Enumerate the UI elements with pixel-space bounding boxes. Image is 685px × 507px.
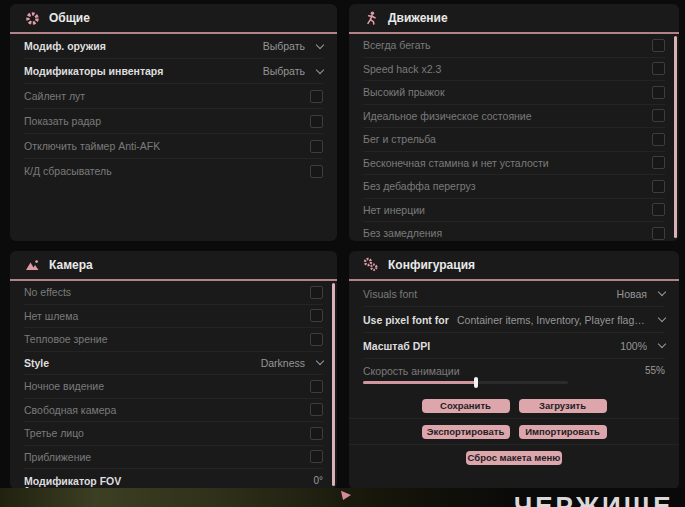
checkbox-row[interactable]: No effects [24, 281, 323, 305]
dropdown[interactable]: Новая [617, 288, 665, 300]
dropdown-value: Container items, Inventory, Player flags… [457, 314, 647, 326]
checkbox[interactable] [310, 309, 323, 322]
checkbox-row[interactable]: Сайлент лут [24, 84, 323, 109]
chevron-down-icon [316, 65, 324, 73]
load-button[interactable]: Загрузить [519, 399, 607, 413]
checkbox[interactable] [652, 62, 665, 75]
chevron-down-icon [316, 40, 324, 48]
export-button[interactable]: Экспортировать [422, 425, 510, 439]
dropdown-row[interactable]: Масштаб DPI100% [363, 333, 665, 359]
slider-value: 55% [645, 365, 665, 376]
slider-handle[interactable] [474, 377, 478, 388]
dropdown-row[interactable]: Use pixel font forContainer items, Inven… [363, 307, 665, 333]
checkbox-row[interactable]: Идеальное физическое состояние [363, 105, 665, 129]
scrollbar[interactable] [674, 36, 677, 238]
checkbox-row[interactable]: Всегда бегать [363, 34, 665, 58]
row-label: Модиф. оружия [24, 40, 106, 52]
dropdown[interactable]: 100% [620, 340, 665, 352]
checkbox[interactable] [310, 333, 323, 346]
row-label: Ночное видение [24, 380, 104, 392]
panel-title: Камера [49, 258, 93, 272]
gears-icon [363, 257, 379, 273]
row-label: Бесконечная стамина и нет усталости [363, 157, 549, 169]
checkbox[interactable] [310, 427, 323, 440]
slider-row[interactable]: Скорость анимации55% [363, 359, 665, 389]
checkbox-row[interactable]: Без дебаффа перегруз [363, 175, 665, 199]
row-label: Бег и стрельба [363, 133, 436, 145]
row-label: Приближение [24, 451, 91, 463]
import-button[interactable]: Импортировать [519, 425, 607, 439]
row-label: Нет инерции [363, 204, 425, 216]
config-buttons: Сохранить Загрузить Экспортировать Импор… [349, 393, 679, 470]
slider-track[interactable] [363, 381, 568, 384]
dropdown-row[interactable]: Модификаторы инвентаряВыбрать [24, 59, 323, 84]
checkbox[interactable] [652, 109, 665, 122]
scrollbar[interactable] [332, 283, 335, 486]
dropdown-row[interactable]: Модиф. оружияВыбрать [24, 34, 323, 59]
dropdown[interactable]: Выбрать [263, 65, 323, 77]
checkbox[interactable] [310, 165, 323, 178]
dropdown[interactable]: Darkness [261, 357, 323, 369]
checkbox[interactable] [310, 450, 323, 463]
checkbox[interactable] [310, 140, 323, 153]
checkbox-row[interactable]: Нет инерции [363, 199, 665, 223]
checkbox[interactable] [652, 203, 665, 216]
checkbox[interactable] [310, 115, 323, 128]
row-label: Модификаторы инвентаря [24, 65, 163, 77]
dropdown-value: 100% [620, 340, 647, 352]
row-label: Высокий прыжок [363, 86, 445, 98]
checkbox-row[interactable]: Без замедления [363, 222, 665, 241]
panel-title: Движение [388, 11, 448, 25]
checkbox[interactable] [652, 133, 665, 146]
panel-movement-header: Движение [349, 4, 679, 34]
row-label: Style [24, 357, 49, 369]
checkbox-row[interactable]: Отключить таймер Anti-AFK [24, 134, 323, 159]
checkbox-row[interactable]: Тепловое зрение [24, 328, 323, 352]
dropdown[interactable]: Container items, Inventory, Player flags… [457, 314, 665, 326]
checkbox-row[interactable]: Приближение [24, 446, 323, 470]
checkbox-row[interactable]: Показать радар [24, 109, 323, 134]
reset-menu-layout-button[interactable]: Сброс макета меню [466, 451, 562, 465]
checkbox-row[interactable]: Третье лицо [24, 422, 323, 446]
checkbox[interactable] [652, 86, 665, 99]
panel-movement: Движение Всегда бегатьSpeed hack x2.3Выс… [349, 4, 679, 241]
slider-label-line: Скорость анимации55% [363, 365, 665, 377]
row-label: К/Д сбрасыватель [24, 165, 112, 177]
checkbox-row[interactable]: Ночное видение [24, 375, 323, 399]
checkbox[interactable] [310, 380, 323, 393]
checkbox[interactable] [310, 286, 323, 299]
chevron-down-icon [658, 314, 666, 322]
dropdown-row[interactable]: StyleDarkness [24, 352, 323, 376]
checkbox[interactable] [310, 403, 323, 416]
chevron-down-icon [316, 357, 324, 365]
button-row: Сохранить Загрузить [349, 393, 679, 419]
checkbox-row[interactable]: К/Д сбрасыватель [24, 159, 323, 183]
checkbox-row[interactable]: Бег и стрельба [363, 128, 665, 152]
panel-config-header: Конфигурация [349, 251, 679, 281]
checkbox-row[interactable]: Высокий прыжок [363, 81, 665, 105]
checkbox-row[interactable]: Бесконечная стамина и нет усталости [363, 152, 665, 176]
slider-row[interactable]: Модификатор FOV0° [24, 469, 323, 489]
row-label: Скорость анимации [363, 365, 460, 377]
checkbox-row[interactable]: Свободная камера [24, 399, 323, 423]
save-button[interactable]: Сохранить [422, 399, 510, 413]
row-label: Тепловое зрение [24, 333, 108, 345]
checkbox[interactable] [652, 39, 665, 52]
row-label: Показать радар [24, 115, 101, 127]
checkbox[interactable] [652, 180, 665, 193]
panel-camera-header: Камера [10, 251, 337, 281]
checkbox[interactable] [652, 156, 665, 169]
dropdown[interactable]: Выбрать [263, 40, 323, 52]
row-label: Сайлент лут [24, 90, 85, 102]
dropdown-value: Выбрать [263, 40, 305, 52]
row-label: Visuals font [363, 288, 417, 300]
row-label: Масштаб DPI [363, 340, 430, 352]
backdrop-text: ЧЕРЖИЩЕ [514, 491, 674, 507]
checkbox-row[interactable]: Speed hack x2.3 [363, 58, 665, 82]
checkbox[interactable] [652, 227, 665, 240]
checkbox[interactable] [310, 90, 323, 103]
dropdown-row[interactable]: Visuals fontНовая [363, 281, 665, 307]
button-row: Сброс макета меню [349, 445, 679, 470]
chevron-down-icon [658, 340, 666, 348]
checkbox-row[interactable]: Нет шлема [24, 305, 323, 329]
